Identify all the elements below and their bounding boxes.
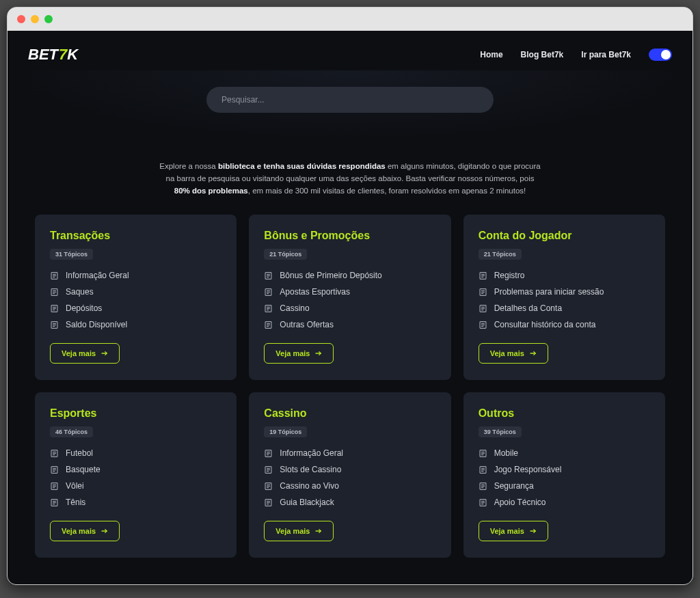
topic-label: Problemas para iniciar sessão [494,287,604,297]
see-more-button[interactable]: Veja mais [50,343,120,364]
topic-link[interactable]: Problemas para iniciar sessão [479,287,650,297]
document-icon [479,288,487,297]
brand-part-1: BET [28,46,58,64]
topic-link[interactable]: Registro [479,271,650,280]
topic-link[interactable]: Apostas Esportivas [264,287,435,297]
see-more-button[interactable]: Veja mais [479,343,548,364]
topic-link[interactable]: Guia Blackjack [264,498,435,507]
topic-list: FutebolBasqueteVôleiTênis [50,448,221,507]
see-more-label: Veja mais [490,527,524,535]
topic-link[interactable]: Consultar histórico da conta [479,320,650,329]
topic-label: Informação Geral [66,271,129,280]
see-more-label: Veja mais [62,349,96,357]
site-header: BET7K Home Blog Bet7k Ir para Bet7k [8,31,692,70]
category-card: Transações31 TópicosInformação GeralSaqu… [35,215,237,380]
window-minimize-dot[interactable] [31,15,39,23]
topic-label: Slots de Cassino [280,465,341,474]
topic-link[interactable]: Jogo Responsável [479,465,650,474]
topic-link[interactable]: Tênis [50,498,221,507]
topic-list: Bônus de Primeiro DepósitoApostas Esport… [264,271,435,329]
document-icon [264,449,273,458]
document-icon [479,271,487,280]
search-box[interactable] [206,87,494,113]
brand-logo[interactable]: BET7K [28,46,78,64]
card-title: Transações [50,230,221,242]
topic-label: Informação Geral [280,448,343,458]
topic-label: Tênis [66,498,85,507]
card-title: Cassino [264,407,435,420]
topics-badge: 19 Tópicos [264,426,307,437]
document-icon [479,449,487,458]
toggle-knob [661,50,671,59]
document-icon [479,321,487,329]
card-title: Outros [479,407,650,420]
nav-home[interactable]: Home [480,50,502,59]
topic-link[interactable]: Saques [50,287,221,297]
topic-link[interactable]: Bônus de Primeiro Depósito [264,271,435,280]
topic-label: Bônus de Primeiro Depósito [280,271,381,280]
topic-link[interactable]: Informação Geral [264,448,435,458]
nav-go[interactable]: Ir para Bet7k [581,50,631,59]
arrow-right-icon [530,528,537,534]
topic-label: Mobile [494,448,518,458]
window-titlebar [8,8,692,31]
topic-link[interactable]: Depósitos [50,303,221,313]
window-close-dot[interactable] [17,15,25,23]
topic-label: Apoio Técnico [494,498,546,507]
nav-blog[interactable]: Blog Bet7k [521,50,564,59]
topic-label: Consultar histórico da conta [494,320,596,329]
topic-link[interactable]: Saldo Disponível [50,320,221,329]
topic-link[interactable]: Apoio Técnico [479,498,650,507]
intro-bold-2: 80% dos problemas [174,187,248,195]
document-icon [479,304,487,313]
see-more-button[interactable]: Veja mais [264,343,334,364]
topic-list: Informação GeralSlots de CassinoCassino … [264,448,435,507]
see-more-button[interactable]: Veja mais [479,521,548,541]
intro-mid-2: , em mais de 300 mil visitas de clientes… [248,187,526,195]
topic-link[interactable]: Slots de Cassino [264,465,435,474]
topic-label: Basquete [66,465,100,474]
topic-link[interactable]: Cassino ao Vivo [264,481,435,491]
topic-label: Vôlei [66,481,84,491]
topics-badge: 21 Tópicos [479,249,522,260]
window-maximize-dot[interactable] [44,15,53,23]
document-icon [50,498,59,507]
see-more-label: Veja mais [275,349,310,357]
search-input[interactable] [221,95,479,105]
topic-link[interactable]: Segurança [479,481,650,491]
top-nav: Home Blog Bet7k Ir para Bet7k [480,49,672,61]
topic-list: MobileJogo ResponsávelSegurançaApoio Téc… [479,448,650,507]
document-icon [50,271,59,280]
topics-badge: 31 Tópicos [50,249,93,260]
document-icon [264,288,273,297]
see-more-button[interactable]: Veja mais [264,521,334,541]
topic-label: Cassino [280,303,309,313]
topic-link[interactable]: Outras Ofertas [264,320,435,329]
topic-label: Apostas Esportivas [280,287,350,297]
hero [8,70,692,140]
topic-label: Saldo Disponível [66,320,127,329]
document-icon [479,465,487,474]
document-icon [50,288,59,297]
topic-link[interactable]: Cassino [264,303,435,313]
topic-link[interactable]: Vôlei [50,481,221,491]
topic-link[interactable]: Mobile [479,448,650,458]
see-more-label: Veja mais [275,527,310,535]
category-card: Cassino19 TópicosInformação GeralSlots d… [249,392,450,558]
intro-bold-1: biblioteca e tenha suas dúvidas respondi… [218,162,386,170]
browser-frame: BET7K Home Blog Bet7k Ir para Bet7k Expl… [7,7,693,585]
brand-part-3: K [67,46,78,64]
topic-link[interactable]: Detalhes da Conta [479,303,650,313]
topic-label: Guia Blackjack [280,498,334,507]
see-more-button[interactable]: Veja mais [50,521,120,541]
topic-label: Detalhes da Conta [494,303,562,313]
document-icon [264,465,273,474]
topic-link[interactable]: Basquete [50,465,221,474]
topic-link[interactable]: Futebol [50,448,221,458]
category-card: Esportes46 TópicosFutebolBasqueteVôleiTê… [35,392,237,558]
arrow-right-icon [101,351,108,356]
theme-toggle[interactable] [649,49,672,61]
topic-label: Outras Ofertas [280,320,334,329]
category-card: Outros39 TópicosMobileJogo ResponsávelSe… [463,392,665,558]
topic-link[interactable]: Informação Geral [50,271,221,280]
